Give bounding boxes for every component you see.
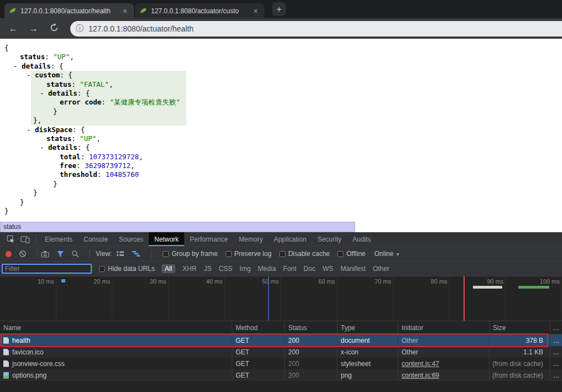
devtools-tab-network[interactable]: Network bbox=[149, 232, 184, 246]
timeline-tick-label: 80 ms bbox=[393, 278, 449, 285]
devtools-tab-label: Performance bbox=[190, 236, 228, 243]
resource-type-filter[interactable]: WS bbox=[322, 265, 333, 273]
column-header-status[interactable]: Status bbox=[285, 321, 337, 334]
resource-type-filter[interactable]: Doc bbox=[304, 265, 315, 273]
devtools-tab-console[interactable]: Console bbox=[78, 232, 113, 246]
network-request-row[interactable]: options.png GET 200 png content.js:69 (f… bbox=[0, 369, 562, 381]
devtools-tab-memory[interactable]: Memory bbox=[233, 232, 268, 246]
devtools-tab-elements[interactable]: Elements bbox=[39, 232, 78, 246]
tab-close-icon[interactable]: × bbox=[251, 7, 260, 15]
network-overview[interactable]: 10 ms 20 ms 30 ms 40 ms 50 ms 60 ms 70 m… bbox=[0, 276, 562, 321]
devtools-tab-audits[interactable]: Audits bbox=[347, 232, 376, 246]
new-tab-button[interactable]: + bbox=[272, 2, 286, 16]
request-size: (from disk cache) bbox=[490, 358, 550, 369]
checkbox-label: Hide data URLs bbox=[108, 265, 155, 273]
json-token: }, bbox=[33, 116, 41, 124]
back-button[interactable]: ← bbox=[7, 24, 20, 34]
throttling-dropdown[interactable]: Online ▾ bbox=[374, 250, 399, 258]
json-collapse-toggle[interactable]: - bbox=[40, 143, 48, 151]
checkbox-icon[interactable] bbox=[226, 251, 232, 257]
inspect-icon[interactable] bbox=[4, 232, 17, 246]
checkbox-label: Offline bbox=[346, 250, 365, 258]
network-request-row[interactable]: jsonview-core.css GET 200 stylesheet con… bbox=[0, 358, 562, 369]
json-token: } bbox=[53, 180, 58, 188]
request-initiator[interactable]: content.js:69 bbox=[398, 369, 490, 381]
devtools-tab-security[interactable]: Security bbox=[312, 232, 347, 246]
timeline-cell: 60 ms bbox=[281, 276, 337, 321]
row-overflow: … bbox=[550, 346, 562, 358]
resource-type-filter[interactable]: XHR bbox=[183, 265, 196, 273]
json-line: } bbox=[0, 207, 562, 216]
request-name: favicon.ico bbox=[12, 348, 44, 356]
json-token: "FATAL" bbox=[80, 80, 109, 88]
device-toolbar-icon[interactable] bbox=[19, 232, 31, 246]
json-collapse-toggle[interactable]: - bbox=[40, 89, 48, 97]
devtools-tab-application[interactable]: Application bbox=[268, 232, 312, 246]
json-token: : bbox=[71, 80, 80, 88]
json-line: - details: { bbox=[0, 62, 562, 71]
list-view-icon[interactable] bbox=[116, 250, 124, 257]
checkbox-icon[interactable] bbox=[337, 251, 344, 257]
timeline-cell: 20 ms bbox=[56, 276, 113, 321]
filter-icon[interactable] bbox=[56, 250, 64, 258]
column-header-name[interactable]: Name bbox=[0, 321, 232, 334]
waterfall-view-icon[interactable] bbox=[132, 250, 140, 257]
request-initiator[interactable]: content.js:47 bbox=[398, 358, 490, 369]
plus-icon: + bbox=[277, 4, 282, 14]
timeline-cell: 10 ms bbox=[0, 276, 56, 321]
browser-tab[interactable]: 127.0.0.1:8080/actuator/health × bbox=[4, 3, 134, 18]
resource-type-filter[interactable]: Img bbox=[240, 265, 251, 273]
json-token: } bbox=[20, 198, 24, 206]
request-name: options.png bbox=[12, 372, 46, 379]
tab-title: 127.0.0.1:8080/actuator/health bbox=[20, 7, 117, 15]
clear-button[interactable] bbox=[19, 250, 27, 258]
json-collapse-toggle[interactable]: - bbox=[13, 62, 22, 70]
address-bar[interactable]: ⓘ 127.0.0.1:8080/actuator/health bbox=[70, 21, 562, 36]
search-icon[interactable] bbox=[71, 250, 79, 258]
json-token: diskSpace bbox=[35, 126, 72, 134]
checkbox-option[interactable]: Preserve log bbox=[226, 250, 272, 258]
json-line: - diskSpace: { bbox=[0, 126, 562, 134]
column-header-initiator[interactable]: Initiator bbox=[398, 321, 490, 334]
page-info-icon[interactable]: ⓘ bbox=[76, 24, 84, 34]
json-collapse-toggle[interactable]: - bbox=[27, 71, 35, 79]
resource-type-filter[interactable]: JS bbox=[204, 265, 211, 273]
resource-type-filter[interactable]: All bbox=[162, 264, 175, 273]
checkbox-option[interactable]: Group by frame bbox=[163, 250, 217, 258]
devtools-tab-sources[interactable]: Sources bbox=[113, 232, 149, 246]
resource-type-filter[interactable]: Media bbox=[258, 265, 276, 273]
checkbox-icon[interactable] bbox=[163, 251, 169, 257]
refresh-button[interactable] bbox=[48, 23, 61, 34]
json-token: "某健康专项检查失败" bbox=[110, 98, 180, 106]
devtools-tab-performance[interactable]: Performance bbox=[184, 232, 233, 246]
checkbox-icon[interactable] bbox=[99, 266, 105, 272]
network-request-row[interactable]: health GET 200 document Other 378 B … bbox=[0, 334, 562, 346]
network-table-body: health GET 200 document Other 378 B … fa… bbox=[0, 334, 562, 381]
browser-tab[interactable]: 127.0.0.1:8080/actuator/custo × bbox=[135, 3, 264, 18]
record-button[interactable] bbox=[6, 251, 12, 257]
json-collapse-toggle[interactable]: - bbox=[27, 126, 35, 134]
column-header-type[interactable]: Type bbox=[337, 321, 398, 334]
json-token: , bbox=[70, 53, 74, 61]
column-header-method[interactable]: Method bbox=[232, 321, 285, 334]
forward-button[interactable]: → bbox=[27, 24, 40, 34]
tab-close-icon[interactable]: × bbox=[121, 7, 129, 15]
checkbox-icon[interactable] bbox=[279, 251, 285, 257]
column-header-size[interactable]: Size bbox=[490, 321, 550, 334]
checkbox-option[interactable]: Offline bbox=[337, 250, 365, 258]
network-request-row[interactable]: favicon.ico GET 200 x-icon Other 1.1 KB … bbox=[0, 346, 562, 358]
resource-type-filter[interactable]: Manifest bbox=[341, 265, 366, 273]
filter-input[interactable] bbox=[2, 264, 92, 274]
resource-type-filter[interactable]: Other bbox=[373, 265, 389, 273]
checkbox-option[interactable]: Disable cache bbox=[279, 250, 330, 258]
chevron-down-icon: ▾ bbox=[396, 251, 399, 257]
resource-type-filter[interactable]: Font bbox=[283, 265, 296, 273]
json-token: : bbox=[45, 53, 53, 61]
resource-type-filter[interactable]: CSS bbox=[218, 265, 232, 273]
network-table: NameMethodStatusTypeInitiatorSize… healt… bbox=[0, 321, 562, 381]
json-token: details bbox=[48, 143, 77, 151]
json-token: custom bbox=[35, 71, 60, 79]
request-status: 200 bbox=[285, 346, 337, 358]
capture-screenshots-icon[interactable] bbox=[41, 250, 49, 258]
checkbox-option[interactable]: Hide data URLs bbox=[99, 265, 155, 273]
